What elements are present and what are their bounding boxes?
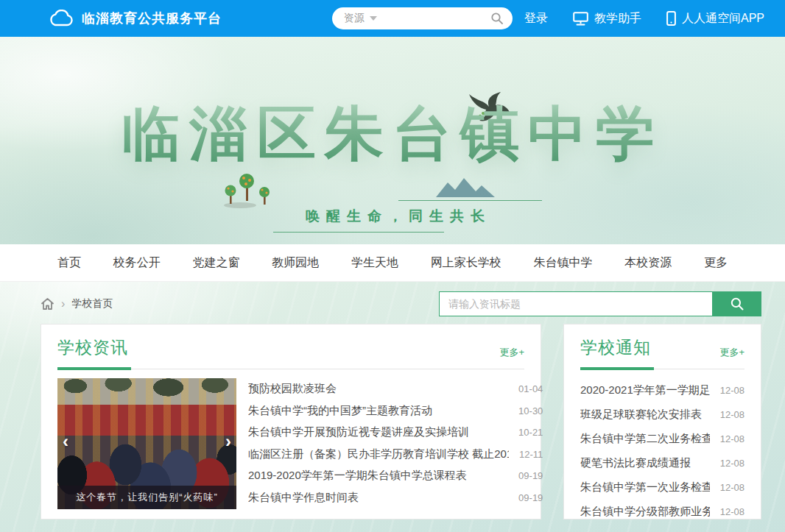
news-carousel[interactable]: 这个春节，让我们告别“火药味” ‹ › bbox=[57, 378, 236, 509]
slogan-line-top bbox=[398, 200, 542, 201]
monitor-icon bbox=[573, 12, 588, 26]
nav-item-party-building[interactable]: 党建之窗 bbox=[193, 255, 240, 271]
news-item[interactable]: 2019-2020学年第一学期朱台镇中学总课程表 09-19 bbox=[248, 465, 543, 487]
banner-slogan: 唤醒生命，同生共长 bbox=[251, 200, 546, 233]
smartphone-icon bbox=[666, 11, 676, 26]
school-news-panel: 学校资讯 更多+ 这个春节，让我们告别“火药味” ‹ › 预防校园欺凌班会 01… bbox=[41, 324, 541, 519]
breadcrumb-current[interactable]: 学校首页 bbox=[71, 297, 113, 311]
cloud-logo-icon bbox=[49, 10, 74, 27]
notice-item-date: 12-08 bbox=[720, 385, 744, 396]
news-item[interactable]: 朱台镇中学开展预防近视专题讲座及实操培训 10-21 bbox=[248, 422, 543, 444]
chevron-down-icon bbox=[370, 16, 377, 21]
news-list: 预防校园欺凌班会 01-04 朱台镇中学“我的中国梦”主题教育活动 10-30 … bbox=[248, 378, 543, 509]
top-bar: 临淄教育公共服务平台 资源 登录 教学助手 人人通空间APP bbox=[0, 0, 785, 37]
news-item-date: 09-19 bbox=[518, 492, 543, 503]
breadcrumb-row: › 学校首页 bbox=[0, 282, 785, 316]
platform-brand[interactable]: 临淄教育公共服务平台 bbox=[49, 10, 222, 27]
school-banner: 临淄区朱台镇中学 唤醒生命，同生共长 bbox=[0, 37, 785, 244]
news-item-date: 10-21 bbox=[518, 427, 543, 438]
nav-item-zhutai-middle-school[interactable]: 朱台镇中学 bbox=[534, 255, 593, 271]
panels-row: 学校资讯 更多+ 这个春节，让我们告别“火药味” ‹ › 预防校园欺凌班会 01… bbox=[0, 316, 785, 519]
nav-item-student-world[interactable]: 学生天地 bbox=[351, 255, 398, 271]
notice-item-title[interactable]: 班级足球联赛轮次安排表 bbox=[580, 408, 702, 422]
carousel-prev-icon[interactable]: ‹ bbox=[63, 431, 68, 452]
school-news-more-link[interactable]: 更多+ bbox=[499, 346, 524, 359]
search-icon bbox=[730, 297, 744, 311]
nav-item-school-affairs[interactable]: 校务公开 bbox=[113, 255, 161, 271]
teaching-assistant-link[interactable]: 教学助手 bbox=[573, 11, 641, 26]
news-item-title[interactable]: 朱台镇中学开展预防近视专题讲座及实操培训 bbox=[248, 425, 469, 439]
notice-item-title[interactable]: 朱台镇中学第一次业务检查的 bbox=[580, 480, 710, 494]
panel-divider bbox=[580, 368, 744, 371]
news-item[interactable]: 预防校园欺凌班会 01-04 bbox=[248, 378, 543, 400]
news-search-button[interactable] bbox=[713, 291, 761, 316]
news-item[interactable]: 朱台镇中学作息时间表 09-19 bbox=[248, 487, 543, 509]
news-item-date: 10-30 bbox=[518, 405, 543, 416]
notice-list: 2020-2021学年第一学期足球 12-08 班级足球联赛轮次安排表 12-0… bbox=[580, 378, 744, 524]
search-scope-select[interactable]: 资源 bbox=[344, 12, 365, 25]
notice-item[interactable]: 朱台镇中学分级部教师业务展 12-08 bbox=[580, 500, 744, 524]
notice-item-date: 12-08 bbox=[720, 433, 744, 444]
nav-item-parent-school[interactable]: 网上家长学校 bbox=[431, 255, 501, 271]
nav-item-teacher-garden[interactable]: 教师园地 bbox=[272, 255, 319, 271]
breadcrumb-separator-icon: › bbox=[61, 297, 65, 311]
notice-item[interactable]: 班级足球联赛轮次安排表 12-08 bbox=[580, 402, 744, 427]
notice-item-title[interactable]: 硬笔书法比赛成绩通报 bbox=[580, 456, 691, 470]
notice-item-title[interactable]: 2020-2021学年第一学期足球 bbox=[580, 383, 710, 397]
content-area: › 学校首页 学校资讯 更多+ 这个春节 bbox=[0, 282, 785, 532]
top-links: 登录 教学助手 人人通空间APP bbox=[524, 11, 764, 26]
carousel-next-icon[interactable]: › bbox=[225, 431, 231, 452]
notice-item-date: 12-08 bbox=[720, 458, 744, 469]
news-search bbox=[439, 291, 761, 316]
news-item-title[interactable]: 朱台镇中学作息时间表 bbox=[248, 491, 359, 505]
notice-item[interactable]: 朱台镇中学第二次业务检查的 12-08 bbox=[580, 427, 744, 451]
notice-item-date: 12-08 bbox=[720, 506, 744, 517]
school-name-title: 临淄区朱台镇中学 bbox=[0, 104, 785, 163]
login-button[interactable]: 登录 bbox=[524, 11, 548, 26]
news-item-title[interactable]: 预防校园欺凌班会 bbox=[248, 382, 337, 396]
news-item-title[interactable]: 朱台镇中学“我的中国梦”主题教育活动 bbox=[248, 404, 432, 418]
news-search-input[interactable] bbox=[439, 291, 713, 316]
news-item[interactable]: 临淄区注册（备案）民办非学历教育培训学校 截止2019 12-11 bbox=[248, 444, 543, 466]
home-icon[interactable] bbox=[41, 297, 54, 311]
school-notice-panel: 学校通知 更多+ 2020-2021学年第一学期足球 12-08 班级足球联赛轮… bbox=[563, 324, 761, 519]
notice-item[interactable]: 2020-2021学年第一学期足球 12-08 bbox=[580, 378, 744, 402]
breadcrumb: › 学校首页 bbox=[41, 297, 113, 311]
school-notice-more-link[interactable]: 更多+ bbox=[719, 346, 744, 359]
news-item-date: 01-04 bbox=[518, 383, 543, 394]
notice-item-date: 12-08 bbox=[720, 409, 744, 420]
global-search-bar[interactable]: 资源 bbox=[332, 7, 513, 29]
school-news-title: 学校资讯 bbox=[57, 336, 128, 359]
search-icon[interactable] bbox=[490, 12, 504, 25]
news-item[interactable]: 朱台镇中学“我的中国梦”主题教育活动 10-30 bbox=[248, 400, 543, 422]
slogan-line-bottom bbox=[273, 232, 444, 233]
carousel-caption[interactable]: 这个春节，让我们告别“火药味” bbox=[57, 486, 236, 509]
school-news-body: 这个春节，让我们告别“火药味” ‹ › 预防校园欺凌班会 01-04 朱台镇中学… bbox=[57, 378, 524, 509]
notice-item[interactable]: 朱台镇中学第一次业务检查的 12-08 bbox=[580, 475, 744, 500]
news-item-title[interactable]: 临淄区注册（备案）民办非学历教育培训学校 截止2019 bbox=[248, 447, 509, 461]
renrentong-app-label: 人人通空间APP bbox=[682, 11, 764, 26]
notice-item-title[interactable]: 朱台镇中学分级部教师业务展 bbox=[580, 505, 710, 519]
notice-item-date: 12-08 bbox=[720, 482, 744, 493]
main-navigation: 首页 校务公开 党建之窗 教师园地 学生天地 网上家长学校 朱台镇中学 本校资源… bbox=[0, 244, 785, 282]
nav-item-home[interactable]: 首页 bbox=[57, 255, 81, 271]
nav-item-school-resources[interactable]: 本校资源 bbox=[624, 255, 672, 271]
notice-item[interactable]: 硬笔书法比赛成绩通报 12-08 bbox=[580, 451, 744, 475]
notice-item-title[interactable]: 朱台镇中学第二次业务检查的 bbox=[580, 432, 710, 446]
school-news-header: 学校资讯 更多+ bbox=[57, 336, 524, 359]
platform-title: 临淄教育公共服务平台 bbox=[82, 10, 222, 27]
panel-divider bbox=[57, 368, 524, 371]
news-item-title[interactable]: 2019-2020学年第一学期朱台镇中学总课程表 bbox=[248, 469, 467, 483]
login-label: 登录 bbox=[524, 11, 548, 26]
nav-item-more[interactable]: 更多 bbox=[704, 255, 728, 271]
mountains-illustration bbox=[436, 178, 495, 197]
school-notice-header: 学校通知 更多+ bbox=[580, 336, 744, 359]
renrentong-app-link[interactable]: 人人通空间APP bbox=[666, 11, 764, 26]
school-notice-title: 学校通知 bbox=[580, 336, 651, 359]
teaching-assistant-label: 教学助手 bbox=[594, 11, 641, 26]
news-item-date: 12-11 bbox=[519, 449, 543, 460]
slogan-text: 唤醒生命，同生共长 bbox=[251, 207, 546, 226]
news-item-date: 09-19 bbox=[518, 470, 543, 481]
